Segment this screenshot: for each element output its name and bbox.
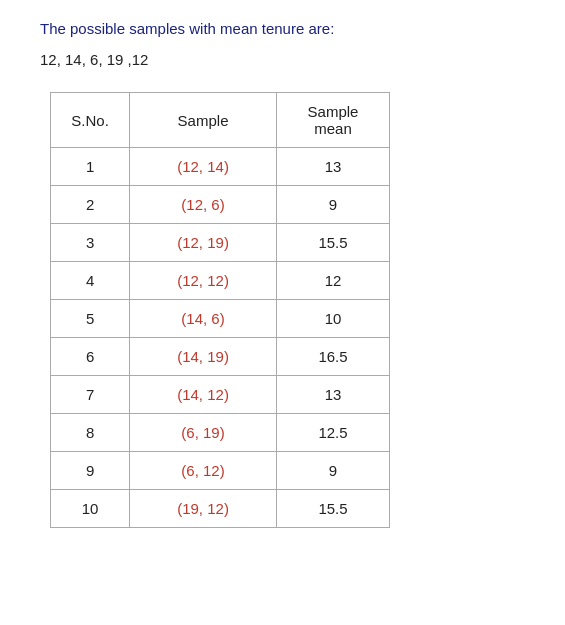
table-row: 5(14, 6)10: [51, 300, 390, 338]
table-row: 4(12, 12)12: [51, 262, 390, 300]
table-row: 10(19, 12)15.5: [51, 490, 390, 528]
cell-sno: 6: [51, 338, 130, 376]
cell-mean: 9: [276, 186, 389, 224]
cell-sno: 2: [51, 186, 130, 224]
cell-mean: 9: [276, 452, 389, 490]
header-sno: S.No.: [51, 93, 130, 148]
cell-sno: 8: [51, 414, 130, 452]
values-list: 12, 14, 6, 19 ,12: [40, 51, 525, 68]
cell-sample: (6, 19): [130, 414, 277, 452]
samples-table: S.No. Sample Sample mean 1(12, 14)132(12…: [50, 92, 390, 528]
cell-sno: 5: [51, 300, 130, 338]
cell-sno: 9: [51, 452, 130, 490]
cell-sample: (19, 12): [130, 490, 277, 528]
cell-sample: (12, 19): [130, 224, 277, 262]
cell-sample: (12, 14): [130, 148, 277, 186]
cell-mean: 13: [276, 148, 389, 186]
cell-sample: (12, 12): [130, 262, 277, 300]
table-row: 9(6, 12)9: [51, 452, 390, 490]
cell-mean: 15.5: [276, 490, 389, 528]
cell-sample: (14, 19): [130, 338, 277, 376]
cell-sample: (6, 12): [130, 452, 277, 490]
table-row: 3(12, 19)15.5: [51, 224, 390, 262]
cell-sno: 4: [51, 262, 130, 300]
cell-sample: (14, 6): [130, 300, 277, 338]
table-row: 8(6, 19)12.5: [51, 414, 390, 452]
cell-sample: (12, 6): [130, 186, 277, 224]
cell-mean: 13: [276, 376, 389, 414]
table-row: 6(14, 19)16.5: [51, 338, 390, 376]
table-row: 2(12, 6)9: [51, 186, 390, 224]
cell-sno: 7: [51, 376, 130, 414]
cell-mean: 10: [276, 300, 389, 338]
header-mean: Sample mean: [276, 93, 389, 148]
cell-mean: 15.5: [276, 224, 389, 262]
cell-sno: 3: [51, 224, 130, 262]
table-row: 1(12, 14)13: [51, 148, 390, 186]
cell-mean: 16.5: [276, 338, 389, 376]
table-row: 7(14, 12)13: [51, 376, 390, 414]
cell-sample: (14, 12): [130, 376, 277, 414]
header-sample: Sample: [130, 93, 277, 148]
cell-mean: 12: [276, 262, 389, 300]
cell-sno: 10: [51, 490, 130, 528]
cell-sno: 1: [51, 148, 130, 186]
cell-mean: 12.5: [276, 414, 389, 452]
intro-text: The possible samples with mean tenure ar…: [40, 20, 525, 37]
